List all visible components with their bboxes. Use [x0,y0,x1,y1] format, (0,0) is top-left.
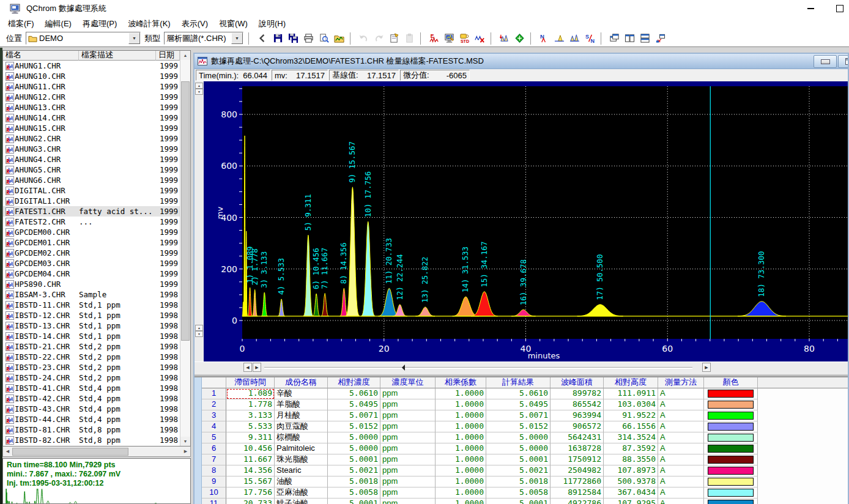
cell-factor[interactable]: 1.0000 [436,421,486,432]
cell-unit[interactable]: ppm [380,487,436,498]
cell-rt[interactable]: 1.778 [226,399,275,410]
chevron-down-icon[interactable]: ▼ [128,32,140,44]
peak-add-icon[interactable] [497,32,511,45]
cell-area[interactable]: 2504982 [551,465,604,476]
noise-calc-icon[interactable]: N [537,32,551,45]
column-header-filename[interactable]: 檔名 [3,51,79,61]
cell-height[interactable]: 87.3592 [604,443,658,454]
cell-unit[interactable]: ppm [380,454,436,465]
cell-color[interactable] [704,465,758,476]
cell-rt[interactable]: 15.567 [226,476,275,487]
cell-conc[interactable]: 5.0058 [328,487,380,498]
chart-hscroll[interactable]: ◀ ▶ ▶ [195,361,848,373]
mdi-restore-button[interactable] [838,55,848,68]
list-item[interactable]: RHP5890.CHR1999 [3,279,180,289]
cell-height[interactable]: 66.1556 [604,421,658,432]
cell-color[interactable] [704,410,758,421]
cell-result[interactable]: 5.0152 [486,421,551,432]
menu-item-1[interactable]: 檔案(F) [2,17,40,31]
cell-conc[interactable]: 5.0610 [328,388,380,399]
list-item[interactable]: RAHUNG10.CHR1999 [3,71,180,81]
cell-rt[interactable]: 20.733 [226,498,275,504]
splitter[interactable] [195,373,848,377]
back-icon[interactable] [256,32,269,45]
corner-cell[interactable] [202,377,226,388]
cell-rt[interactable]: 5.533 [226,421,275,432]
cell-factor[interactable]: 1.0000 [436,476,486,487]
cell-name[interactable]: 鯡子油酸 [275,498,328,504]
cell-no[interactable]: 8 [202,465,226,476]
cell-factor[interactable]: 1.0000 [436,487,486,498]
cell-area[interactable]: 5642431 [551,432,604,443]
spin-up-icon[interactable]: ▲ [195,325,203,331]
column-header-factor[interactable]: 相乘係數 [436,377,486,388]
cell-method[interactable]: A [658,476,704,487]
cell-area[interactable]: 11772860 [551,476,604,487]
cell-rt[interactable]: 11.667 [226,454,275,465]
peak-pick-icon[interactable] [513,32,526,45]
cell-factor[interactable]: 1.0000 [436,498,486,504]
cell-result[interactable]: 5.0001 [486,498,551,504]
cell-unit[interactable]: ppm [380,410,436,421]
cell-color[interactable] [704,399,758,410]
cell-method[interactable]: A [658,410,704,421]
cell-height[interactable]: 367.0434 [604,487,658,498]
cell-factor[interactable]: 1.0000 [436,399,486,410]
cell-no[interactable]: 10 [202,487,226,498]
list-item[interactable]: RIBSTD-24.CHRStd,2 ppm1998 [3,372,180,383]
cell-name[interactable]: 油酸 [275,476,328,487]
list-item[interactable]: RGPCDEM02.CHR1999 [3,248,180,258]
cell-conc[interactable]: 5.0018 [328,476,380,487]
list-item[interactable]: RGPCDEM03.CHR1999 [3,258,180,269]
cell-name[interactable]: 珠光脂酸 [275,454,328,465]
cell-height[interactable]: 111.0911 [604,388,658,399]
list-item[interactable]: RAHUNG4.CHR1999 [3,154,180,165]
list-item[interactable]: RIBSTD-14.CHRStd,1 ppm1998 [3,331,180,341]
cell-unit[interactable]: ppm [380,432,436,443]
cell-rt[interactable]: 17.756 [226,487,275,498]
cell-name[interactable]: Palmitoleic [275,443,328,454]
cell-no[interactable]: 5 [202,432,226,443]
list-item[interactable]: RAHUNG2.CHR1999 [3,133,180,144]
scroll-down-icon[interactable]: ▼ [180,437,190,446]
list-item[interactable]: RIBSTD-81.CHRStd,8 ppm1998 [3,424,180,435]
peak-delete-icon[interactable] [473,32,486,45]
cell-height[interactable]: 314.3524 [604,432,658,443]
location-combo[interactable]: DEMO ▼ [26,32,141,45]
pan-end-icon[interactable]: ▶ [702,363,711,372]
list-item[interactable]: RDIGITAL.CHR1999 [3,185,180,196]
file-list-hscroll[interactable]: ◀ ▶ [2,447,191,457]
cell-no[interactable]: 4 [202,421,226,432]
cell-factor[interactable]: 1.0000 [436,410,486,421]
cell-color[interactable] [704,454,758,465]
cell-result[interactable]: 5.0058 [486,487,551,498]
cell-factor[interactable]: 1.0000 [436,432,486,443]
mdi-minimize-button[interactable] [814,55,837,68]
menu-item-3[interactable]: 再處理(P) [77,17,122,31]
cell-unit[interactable]: ppm [380,399,436,410]
cell-method[interactable]: A [658,399,704,410]
undo-icon[interactable] [357,32,370,45]
cascade-windows-icon[interactable] [607,32,621,45]
cell-result[interactable]: 5.0495 [486,399,551,410]
cell-area[interactable]: 4922786 [551,498,604,504]
spin-down-icon[interactable]: ▼ [195,331,203,337]
cell-no[interactable]: 2 [202,399,226,410]
menu-item-4[interactable]: 波峰計算(K) [122,17,176,31]
pan-marker[interactable] [399,365,405,371]
scrollbar-thumb[interactable] [181,81,190,341]
cell-unit[interactable]: ppm [380,476,436,487]
cell-height[interactable]: 103.0304 [604,399,658,410]
cell-result[interactable]: 5.0000 [486,432,551,443]
cell-name[interactable]: 亞麻油酸 [275,487,328,498]
cell-conc[interactable]: 5.0001 [328,454,380,465]
cell-conc[interactable]: 5.0001 [328,498,380,504]
arrange-window-icon[interactable] [653,32,667,45]
cell-height[interactable]: 107.8973 [604,465,658,476]
cell-height[interactable]: 88.3550 [604,454,658,465]
list-item[interactable]: RIBSTD-23.CHRStd,2 ppm1998 [3,362,180,372]
cell-result[interactable]: 5.0018 [486,476,551,487]
cell-rt[interactable]: 3.133 [226,410,275,421]
cell-conc[interactable]: 5.0000 [328,443,380,454]
monitor-edit-icon[interactable] [442,32,456,45]
